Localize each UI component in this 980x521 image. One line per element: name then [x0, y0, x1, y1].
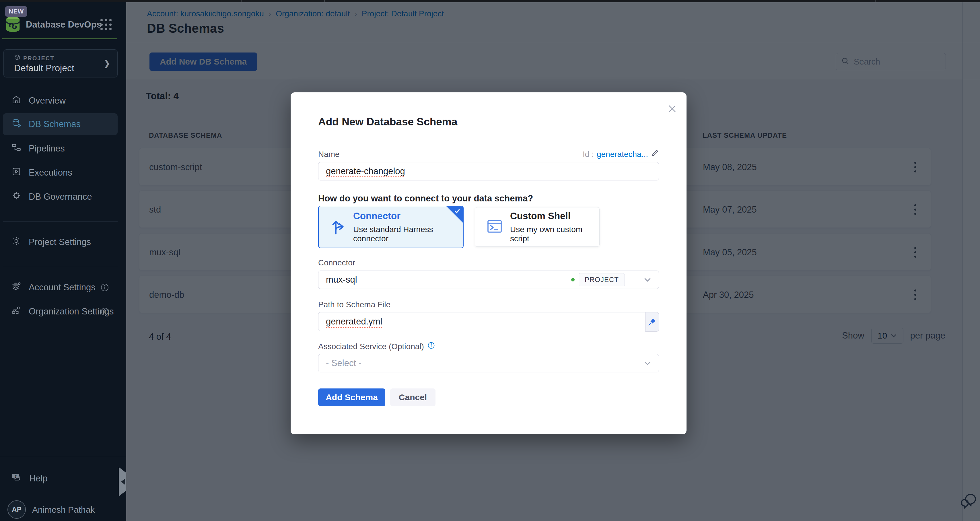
id-prefix: Id : — [583, 150, 594, 159]
user-name[interactable]: Animesh Pathak — [32, 505, 95, 515]
chevron-down-icon — [644, 361, 651, 365]
path-input[interactable]: generated.yml — [318, 312, 659, 331]
sidebar-item-account-settings[interactable]: Account Settings — [3, 277, 118, 298]
brand-divider — [2, 38, 117, 39]
add-schema-modal: Add New Database Schema Name Id : genera… — [291, 92, 687, 434]
connector-card-subtitle: Use standard Harness connector — [353, 225, 463, 243]
window-top-strip — [0, 0, 980, 2]
connector-option-card[interactable]: Connector Use standard Harness connector — [318, 206, 464, 248]
thumbtack-icon — [648, 318, 656, 326]
sidebar-item-label: Help — [29, 473, 48, 484]
database-gear-icon — [11, 118, 21, 130]
custom-shell-card-title: Custom Shell — [510, 210, 599, 221]
connector-label: Connector — [318, 258, 355, 268]
sidebar-item-organization-settings[interactable]: Organization Settings — [3, 301, 118, 322]
sidebar-divider — [3, 221, 118, 222]
executions-icon — [11, 167, 21, 179]
home-icon — [11, 95, 21, 107]
add-schema-button[interactable]: Add Schema — [318, 389, 385, 406]
sidebar-item-help[interactable]: ? Help — [3, 468, 118, 489]
sidebar-item-project-settings[interactable]: Project Settings — [3, 231, 118, 253]
branch-arrows-icon — [329, 217, 346, 237]
connect-question: How do you want to connect to your data … — [318, 193, 533, 204]
help-chat-icon: ? — [11, 472, 22, 485]
sidebar-item-label: Pipelines — [29, 143, 65, 154]
terminal-icon — [487, 218, 503, 236]
database-devops-logo-icon — [4, 16, 22, 33]
sidebar-item-label: Overview — [29, 96, 66, 106]
sidebar-divider — [0, 457, 126, 457]
org-gear-icon — [11, 306, 21, 318]
name-input[interactable]: generate-changelog — [318, 162, 659, 180]
connector-value: mux-sql — [326, 274, 357, 285]
user-avatar[interactable]: AP — [8, 500, 26, 519]
layers-gear-icon — [11, 282, 21, 293]
sidebar-item-db-schemas[interactable]: DB Schemas — [3, 113, 118, 135]
custom-shell-card-subtitle: Use my own custom script — [510, 225, 599, 243]
scope-pill: PROJECT — [579, 273, 625, 286]
sidebar-item-label: DB Governance — [29, 192, 92, 202]
cancel-button[interactable]: Cancel — [390, 389, 436, 406]
sidebar-item-overview[interactable]: Overview — [3, 90, 118, 112]
app-title: Database DevOps — [26, 19, 102, 30]
sidebar-item-pipelines[interactable]: Pipelines — [3, 138, 118, 159]
close-icon[interactable] — [667, 103, 678, 115]
project-name: Default Project — [14, 63, 74, 73]
sidebar: NEW Database DevOps PROJECT — [0, 2, 126, 521]
sidebar-divider — [3, 267, 118, 267]
module-grid-icon[interactable] — [100, 19, 112, 30]
info-icon[interactable] — [428, 342, 435, 351]
path-label: Path to Schema File — [318, 300, 390, 309]
sidebar-item-label: Project Settings — [29, 237, 91, 247]
info-icon[interactable] — [100, 307, 109, 316]
edit-pencil-icon[interactable] — [651, 149, 659, 159]
service-placeholder: - Select - — [326, 358, 361, 368]
new-badge: NEW — [5, 6, 27, 17]
connector-select[interactable]: mux-sql PROJECT — [318, 271, 659, 289]
sidebar-item-label: Executions — [29, 167, 72, 178]
sidebar-item-label: DB Schemas — [29, 119, 81, 129]
sidebar-item-executions[interactable]: Executions — [3, 162, 118, 183]
scope-status-dot — [571, 278, 574, 282]
info-icon[interactable] — [100, 283, 109, 292]
svg-text:?: ? — [14, 475, 17, 478]
sidebar-item-db-governance[interactable]: DB Governance — [3, 186, 118, 208]
modal-title: Add New Database Schema — [318, 116, 457, 128]
path-input-value: generated.yml — [326, 317, 382, 327]
chevron-right-icon: ❯ — [103, 58, 110, 68]
name-label: Name — [318, 150, 340, 159]
service-label: Associated Service (Optional) — [318, 342, 424, 351]
chevron-down-icon — [644, 277, 651, 282]
project-kicker: PROJECT — [23, 55, 54, 62]
sidebar-item-label: Account Settings — [29, 282, 95, 293]
cube-icon — [14, 54, 21, 62]
service-select[interactable]: - Select - — [318, 354, 659, 373]
custom-shell-option-card[interactable]: Custom Shell Use my own custom script — [475, 207, 600, 247]
pipelines-icon — [11, 143, 21, 155]
governance-gear-icon — [11, 191, 21, 203]
check-icon — [453, 207, 461, 216]
name-input-value: generate-changelog — [326, 166, 405, 177]
project-selector[interactable]: PROJECT Default Project ❯ — [3, 49, 118, 78]
id-value-link[interactable]: generatecha... — [597, 150, 648, 159]
gear-icon — [11, 236, 21, 248]
app-window: NEW Database DevOps PROJECT — [0, 0, 980, 521]
pin-button[interactable] — [645, 312, 659, 331]
